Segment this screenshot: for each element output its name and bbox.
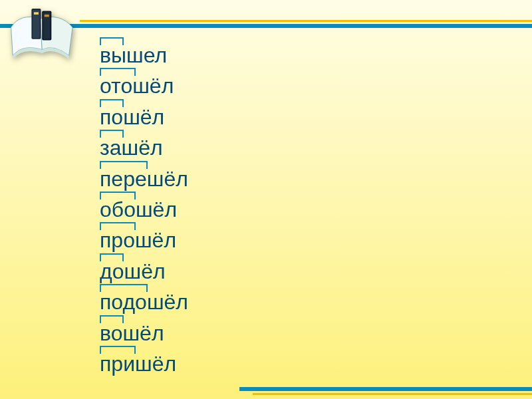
word-item: пришёл (100, 348, 188, 379)
word-text: пошёл (100, 105, 164, 129)
prefix-bracket-icon (100, 99, 124, 107)
word-item: вышел (100, 40, 188, 70)
word-text: дошёл (100, 259, 166, 283)
word-item: перешёл (100, 164, 188, 194)
word-item: пошёл (100, 102, 188, 132)
prefix-bracket-icon (100, 222, 136, 230)
prefix-bracket-icon (100, 68, 136, 76)
word-text: вошёл (100, 321, 164, 345)
word-text: пришёл (100, 352, 176, 376)
word-text: зашёл (100, 136, 163, 160)
top-bar (0, 24, 532, 28)
word-item: обошёл (100, 194, 188, 225)
word-text: обошёл (100, 198, 177, 221)
prefix-bracket-icon (100, 253, 124, 261)
word-text: прошёл (100, 228, 176, 252)
word-text: подошёл (100, 290, 188, 314)
prefix-bracket-icon (100, 192, 136, 200)
word-list: вышелотошёлпошёлзашёлперешёлобошёлпрошёл… (100, 40, 188, 379)
word-item: прошёл (100, 225, 188, 255)
svg-rect-4 (34, 12, 39, 15)
word-text: перешёл (100, 167, 188, 191)
prefix-bracket-icon (100, 346, 136, 354)
svg-rect-5 (45, 15, 49, 17)
slide: вышелотошёлпошёлзашёлперешёлобошёлпрошёл… (0, 0, 532, 399)
books-icon (7, 4, 80, 63)
prefix-bracket-icon (100, 284, 148, 292)
word-item: вошёл (100, 318, 188, 348)
word-item: отошёл (100, 70, 188, 101)
word-item: подошёл (100, 287, 188, 317)
word-item: дошёл (100, 256, 188, 287)
word-text: отошёл (100, 74, 174, 98)
bottom-bar-yellow (253, 393, 532, 395)
bottom-bar-blue (239, 387, 532, 391)
prefix-bracket-icon (100, 37, 124, 45)
top-accent-bar (80, 20, 532, 22)
word-item: зашёл (100, 132, 188, 163)
prefix-bracket-icon (100, 315, 124, 323)
prefix-bracket-icon (100, 130, 124, 138)
prefix-bracket-icon (100, 161, 148, 169)
word-text: вышел (100, 43, 167, 67)
